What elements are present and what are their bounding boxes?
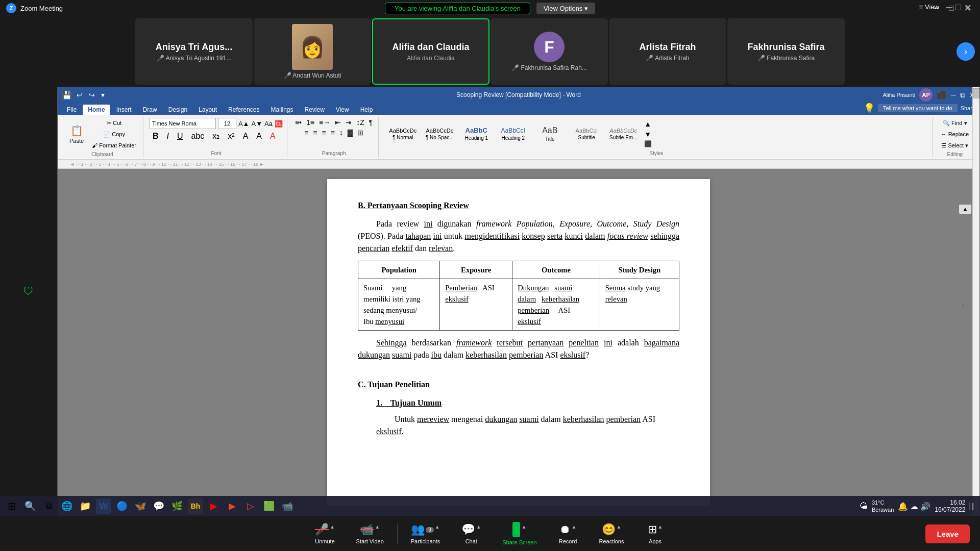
participant-card-fakhrunisa2[interactable]: Fakhrunisa Safira 🎤 Fakhrunisa Safira (727, 18, 845, 85)
tab-file[interactable]: File (62, 105, 82, 115)
chrome-btn[interactable]: 🔵 (114, 498, 130, 514)
close-btn[interactable]: ✕ (961, 4, 974, 13)
participant-card-andari[interactable]: 👩 🎤 Andari Wuri Astuti (254, 18, 371, 85)
bullets-btn[interactable]: ≡• (293, 118, 303, 127)
word-restore-btn[interactable]: ⧉ (960, 91, 965, 99)
app2-btn[interactable]: 🦋 (133, 498, 148, 514)
participant-card-arlista[interactable]: Arlista Fitrah 🎤 Arlista Fitrah (609, 18, 726, 85)
document-area[interactable]: ▲ B. Pertanyaan Scooping Review Pada rev… (58, 169, 979, 516)
network-icon[interactable]: ☁ (910, 502, 918, 511)
task-view-btn[interactable]: ⧉ (41, 498, 56, 514)
text-effect-btn[interactable]: A (240, 131, 252, 142)
font-name-input[interactable] (150, 118, 216, 129)
font-size-input[interactable] (218, 118, 236, 129)
share-screen-button[interactable]: ↑ ▲ Share Screen (495, 519, 544, 548)
record-caret[interactable]: ▲ (572, 524, 577, 530)
styles-down-btn[interactable]: ▼ (644, 130, 652, 138)
show-formatting-btn[interactable]: ¶ (368, 118, 375, 127)
replace-button[interactable]: ↔ Replace (939, 129, 971, 139)
participants-caret[interactable]: ▲ (435, 524, 440, 530)
tab-draw[interactable]: Draw (138, 105, 162, 115)
style-normal[interactable]: AaBbCcDc ¶ Normal (385, 120, 421, 147)
find-button[interactable]: 🔍 Find ▾ (940, 118, 970, 128)
style-heading2[interactable]: AaBbCcI Heading 2 (495, 120, 531, 147)
highlight-btn[interactable]: A (253, 131, 265, 142)
scroll-up-btn[interactable]: ▲ (959, 205, 971, 214)
styles-more-btn[interactable]: ⬛ (644, 140, 652, 147)
reactions-button[interactable]: 😊 ▲ Reactions (592, 520, 631, 547)
subscript-btn[interactable]: x₂ (209, 130, 223, 142)
cut-button[interactable]: ✂ Cut (89, 118, 139, 128)
sort-btn[interactable]: ↕Z (355, 118, 366, 127)
app6-btn[interactable]: ▷ (243, 498, 258, 514)
explorer-btn[interactable]: 📁 (78, 498, 93, 514)
participant-card-fakhrunisa[interactable]: F 🎤 Fakhrunisa Safira Rah... (491, 18, 608, 85)
word-qat-dropdown[interactable]: ▾ (100, 91, 106, 99)
reactions-caret[interactable]: ▲ (617, 524, 622, 530)
style-subtitle[interactable]: AaBbCcI Subtitle (569, 120, 604, 147)
multilevel-btn[interactable]: ≡→ (317, 118, 332, 127)
decrease-font-btn[interactable]: A▼ (252, 120, 263, 128)
zoom-taskbar-btn[interactable]: 📹 (280, 498, 295, 514)
tab-design[interactable]: Design (163, 105, 192, 115)
show-desktop-btn[interactable]: | (969, 502, 976, 510)
styles-up-btn[interactable]: ▲ (644, 120, 652, 128)
style-heading1[interactable]: AaBbC Heading 1 (458, 120, 494, 147)
leave-button[interactable]: Leave (925, 524, 970, 543)
font-color-btn[interactable]: A (267, 131, 279, 142)
format-painter-button[interactable]: 🖌 Format Painter (89, 140, 139, 151)
whatsapp-btn[interactable]: 💬 (151, 498, 166, 514)
style-no-spacing[interactable]: AaBbCcDc ¶ No Spac... (422, 120, 457, 147)
unmute-button[interactable]: 🎤 ▲ Unmute (307, 520, 343, 547)
start-video-button[interactable]: 📹 ▲ Start Video (349, 520, 391, 547)
tab-mailings[interactable]: Mailings (265, 105, 298, 115)
shading-btn[interactable]: ▓ (346, 128, 354, 137)
tab-review[interactable]: Review (300, 105, 330, 115)
increase-font-btn[interactable]: A▲ (238, 120, 250, 128)
share-screen-caret[interactable]: ▲ (521, 524, 526, 530)
volume-icon[interactable]: 🔊 (920, 502, 930, 511)
strikethrough-btn[interactable]: abc (188, 131, 208, 142)
word-min-btn[interactable]: ─ (951, 91, 956, 99)
superscript-btn[interactable]: x² (225, 131, 237, 142)
align-center-btn[interactable]: ≡ (311, 128, 318, 137)
tab-view[interactable]: View (331, 105, 354, 115)
notifications-icon[interactable]: 🔔 (898, 502, 908, 511)
tab-help[interactable]: Help (355, 105, 378, 115)
tell-me-input[interactable]: Tell me what you want to do (878, 104, 958, 112)
word-save-icon[interactable]: 💾 (62, 90, 72, 100)
edge-btn[interactable]: 🌐 (59, 498, 75, 514)
style-subtle-em[interactable]: AaBbCcDc Subtle Em... (605, 120, 641, 147)
borders-btn[interactable]: ⊞ (356, 128, 365, 137)
participants-button[interactable]: 👥 9 ▲ Participants (404, 520, 447, 547)
word-ribbon-display-btn[interactable]: ⬛ (937, 90, 947, 100)
scrollbar[interactable] (972, 169, 979, 516)
clear-format-btn[interactable]: 🆑 (275, 120, 283, 128)
word-undo-btn[interactable]: ↩ (75, 91, 84, 99)
style-title[interactable]: AaB Title (532, 120, 568, 147)
align-left-btn[interactable]: ≡ (303, 128, 310, 137)
change-case-btn[interactable]: Aa (264, 120, 273, 128)
app5-btn[interactable]: ▶ (225, 498, 240, 514)
search-btn[interactable]: 🔍 (22, 498, 38, 514)
increase-indent-btn[interactable]: ⇥ (344, 118, 353, 127)
tab-references[interactable]: References (223, 105, 264, 115)
chat-caret[interactable]: ▲ (476, 524, 481, 530)
record-button[interactable]: ⏺ ▲ Record (550, 520, 586, 547)
tab-layout[interactable]: Layout (193, 105, 222, 115)
bold-button[interactable]: B (150, 131, 162, 142)
word-taskbar-btn[interactable]: W (96, 498, 111, 514)
participant-card-alifia[interactable]: Alifia dan Claudia Alifia dan Claudia (372, 18, 489, 85)
minimize-btn[interactable]: ─ (930, 4, 942, 13)
align-right-btn[interactable]: ≡ (321, 128, 328, 137)
apps-button[interactable]: ⊞ ▲ Apps (637, 520, 673, 547)
chat-button[interactable]: 💬 ▲ Chat (453, 520, 489, 547)
participant-card-anisya[interactable]: Anisya Tri Agus... 🎤 Anisya Tri Agustin … (135, 18, 253, 85)
tab-insert[interactable]: Insert (111, 105, 137, 115)
italic-button[interactable]: I (164, 131, 172, 142)
word-redo-btn[interactable]: ↪ (87, 91, 96, 99)
paste-button[interactable]: 📋 Paste (66, 119, 87, 149)
justify-btn[interactable]: ≡ (329, 128, 336, 137)
youtube-btn[interactable]: ▶ (206, 498, 222, 514)
select-button[interactable]: ☰ Select ▾ (939, 140, 971, 151)
